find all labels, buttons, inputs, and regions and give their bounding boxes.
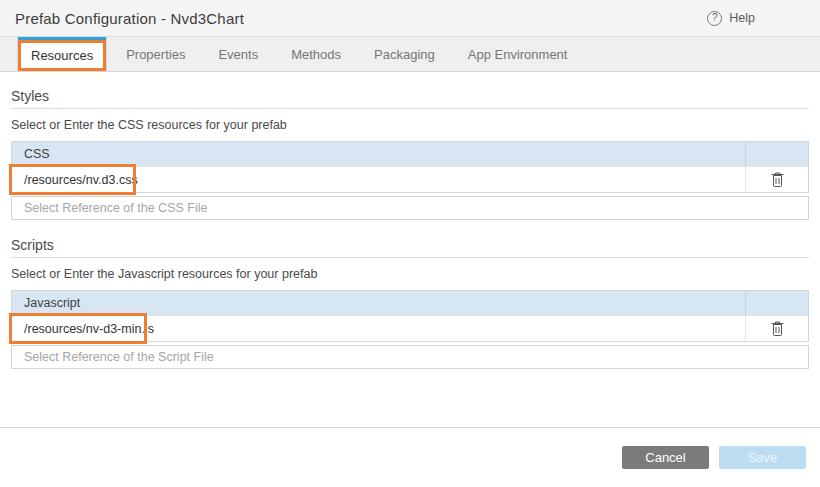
page-title: Prefab Configuration - Nvd3Chart <box>15 10 244 27</box>
table-row: /resources/nv-d3-min.js <box>12 315 808 341</box>
dialog-header: Prefab Configuration - Nvd3Chart ? Help <box>0 0 820 37</box>
script-file-select-input[interactable]: Select Reference of the Script File <box>11 345 809 369</box>
tab-packaging[interactable]: Packaging <box>361 37 448 71</box>
delete-script-resource-button[interactable] <box>745 316 808 341</box>
tab-resources[interactable]: Resources <box>18 37 106 71</box>
footer-actions: Cancel Save <box>622 446 806 469</box>
css-resource-value[interactable]: /resources/nv.d3.css <box>12 173 745 187</box>
scripts-section-description: Select or Enter the Javascript resources… <box>11 267 809 281</box>
script-resources-table: Javascript /resources/nv-d3-min.js <box>11 290 809 342</box>
help-link[interactable]: ? Help <box>707 11 755 26</box>
tab-events[interactable]: Events <box>205 37 271 71</box>
css-column-header: CSS <box>12 147 745 161</box>
css-resources-table: CSS /resources/nv.d3.css <box>11 141 809 193</box>
css-action-column-header <box>745 142 808 166</box>
help-icon: ? <box>707 11 722 26</box>
css-table-header-row: CSS <box>12 142 808 166</box>
tab-methods[interactable]: Methods <box>278 37 354 71</box>
javascript-column-header: Javascript <box>12 296 745 310</box>
script-table-header-row: Javascript <box>12 291 808 315</box>
styles-section-description: Select or Enter the CSS resources for yo… <box>11 118 809 132</box>
trash-icon <box>771 321 784 336</box>
cancel-button[interactable]: Cancel <box>622 446 709 469</box>
save-button[interactable]: Save <box>719 446 806 469</box>
help-label: Help <box>729 11 755 25</box>
trash-icon <box>771 172 784 187</box>
tab-properties[interactable]: Properties <box>113 37 198 71</box>
css-file-select-input[interactable]: Select Reference of the CSS File <box>11 196 809 220</box>
script-resource-value[interactable]: /resources/nv-d3-min.js <box>12 322 745 336</box>
styles-section-heading: Styles <box>11 88 809 109</box>
scripts-section-heading: Scripts <box>11 237 809 258</box>
delete-css-resource-button[interactable] <box>745 167 808 192</box>
tab-bar: Resources Properties Events Methods Pack… <box>0 37 820 72</box>
footer-divider <box>0 427 820 428</box>
tab-app-environment[interactable]: App Environment <box>455 37 581 71</box>
table-row: /resources/nv.d3.css <box>12 166 808 192</box>
script-action-column-header <box>745 291 808 315</box>
